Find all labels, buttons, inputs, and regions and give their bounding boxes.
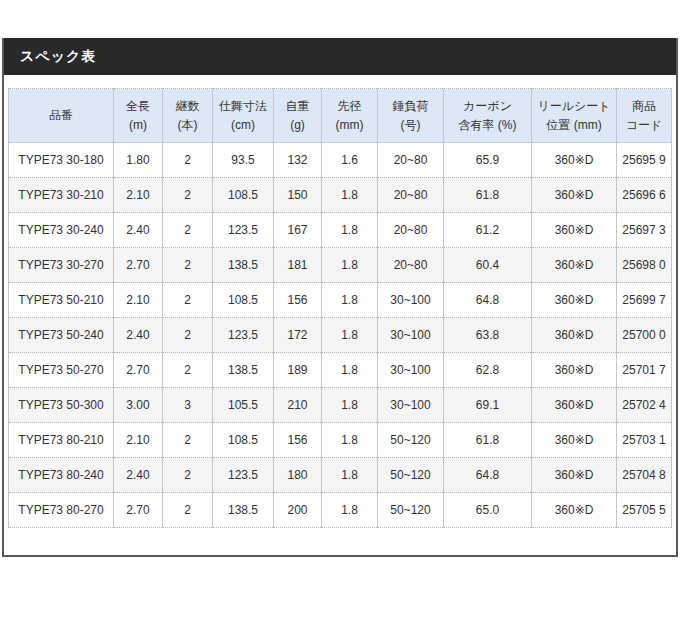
spec-value-cell: 132: [274, 143, 322, 178]
table-row: TYPE73 80-2102.102108.51561.850~12061.83…: [9, 423, 672, 458]
spec-value-cell: 1.8: [322, 178, 378, 213]
model-number-cell: TYPE73 30-240: [9, 213, 114, 248]
spec-panel: スペック表 品番全長(m)継数(本)仕舞寸法(cm)自重(g)先径(mm)錘負荷…: [2, 38, 678, 557]
model-number-cell: TYPE73 80-210: [9, 423, 114, 458]
spec-value-cell: 65.9: [444, 143, 532, 178]
spec-value-cell: 93.5: [213, 143, 274, 178]
spec-value-cell: 20~80: [378, 213, 444, 248]
model-number-cell: TYPE73 30-270: [9, 248, 114, 283]
spec-value-cell: 108.5: [213, 283, 274, 318]
column-header-label: 錘負荷: [379, 97, 442, 116]
spec-value-cell: 2.70: [114, 493, 163, 528]
spec-value-cell: 64.8: [444, 458, 532, 493]
column-header-3: 継数(本): [163, 89, 213, 143]
spec-value-cell: 25698 0: [617, 248, 672, 283]
column-header-7: 錘負荷(号): [378, 89, 444, 143]
spec-value-cell: 172: [274, 318, 322, 353]
spec-value-cell: 1.8: [322, 493, 378, 528]
spec-value-cell: 156: [274, 283, 322, 318]
spec-value-cell: 25697 3: [617, 213, 672, 248]
spec-value-cell: 62.8: [444, 353, 532, 388]
spec-value-cell: 1.8: [322, 248, 378, 283]
table-row: TYPE73 30-2402.402123.51671.820~8061.236…: [9, 213, 672, 248]
column-header-1: 品番: [9, 89, 114, 143]
spec-value-cell: 167: [274, 213, 322, 248]
spec-value-cell: 2: [163, 423, 213, 458]
column-header-label: 自重: [275, 97, 320, 116]
spec-value-cell: 20~80: [378, 248, 444, 283]
spec-value-cell: 360※D: [532, 493, 617, 528]
spec-value-cell: 69.1: [444, 388, 532, 423]
spec-value-cell: 2: [163, 213, 213, 248]
spec-value-cell: 50~120: [378, 423, 444, 458]
spec-value-cell: 1.8: [322, 318, 378, 353]
spec-value-cell: 156: [274, 423, 322, 458]
spec-value-cell: 1.8: [322, 283, 378, 318]
model-number-cell: TYPE73 50-210: [9, 283, 114, 318]
spec-value-cell: 2: [163, 318, 213, 353]
spec-value-cell: 189: [274, 353, 322, 388]
table-row: TYPE73 30-1801.80293.51321.620~8065.9360…: [9, 143, 672, 178]
spec-value-cell: 25696 6: [617, 178, 672, 213]
spec-value-cell: 2.70: [114, 353, 163, 388]
column-header-unit: (g): [275, 116, 320, 135]
model-number-cell: TYPE73 80-240: [9, 458, 114, 493]
column-header-5: 自重(g): [274, 89, 322, 143]
column-header-10: 商品コード: [617, 89, 672, 143]
spec-value-cell: 360※D: [532, 178, 617, 213]
column-header-9: リールシート位置 (mm): [532, 89, 617, 143]
spec-value-cell: 20~80: [378, 143, 444, 178]
spec-value-cell: 360※D: [532, 423, 617, 458]
column-header-unit: (本): [164, 116, 211, 135]
spec-value-cell: 210: [274, 388, 322, 423]
column-header-label: リールシート: [533, 97, 615, 116]
column-header-label: 全長: [115, 97, 161, 116]
spec-value-cell: 123.5: [213, 213, 274, 248]
spec-value-cell: 2.40: [114, 213, 163, 248]
spec-value-cell: 2: [163, 248, 213, 283]
spec-value-cell: 64.8: [444, 283, 532, 318]
column-header-2: 全長(m): [114, 89, 163, 143]
spec-value-cell: 25705 5: [617, 493, 672, 528]
spec-value-cell: 50~120: [378, 493, 444, 528]
spec-value-cell: 2.10: [114, 423, 163, 458]
table-row: TYPE73 50-2402.402123.51721.830~10063.83…: [9, 318, 672, 353]
model-number-cell: TYPE73 30-180: [9, 143, 114, 178]
spec-value-cell: 25701 7: [617, 353, 672, 388]
column-header-label: 商品: [618, 97, 670, 116]
spec-value-cell: 3.00: [114, 388, 163, 423]
spec-value-cell: 108.5: [213, 423, 274, 458]
spec-value-cell: 123.5: [213, 458, 274, 493]
model-number-cell: TYPE73 50-270: [9, 353, 114, 388]
spec-value-cell: 3: [163, 388, 213, 423]
spec-value-cell: 2.10: [114, 178, 163, 213]
spec-value-cell: 25703 1: [617, 423, 672, 458]
spec-value-cell: 60.4: [444, 248, 532, 283]
spec-table-header-row: 品番全長(m)継数(本)仕舞寸法(cm)自重(g)先径(mm)錘負荷(号)カーボ…: [9, 89, 672, 143]
spec-value-cell: 150: [274, 178, 322, 213]
spec-value-cell: 181: [274, 248, 322, 283]
spec-value-cell: 61.8: [444, 423, 532, 458]
model-number-cell: TYPE73 50-240: [9, 318, 114, 353]
spec-value-cell: 2.40: [114, 458, 163, 493]
spec-value-cell: 25702 4: [617, 388, 672, 423]
table-row: TYPE73 30-2102.102108.51501.820~8061.836…: [9, 178, 672, 213]
spec-value-cell: 50~120: [378, 458, 444, 493]
column-header-unit: (cm): [214, 116, 272, 135]
spec-value-cell: 360※D: [532, 353, 617, 388]
spec-value-cell: 1.8: [322, 458, 378, 493]
spec-value-cell: 180: [274, 458, 322, 493]
spec-value-cell: 2.40: [114, 318, 163, 353]
spec-value-cell: 360※D: [532, 283, 617, 318]
spec-value-cell: 25700 0: [617, 318, 672, 353]
spec-value-cell: 2.70: [114, 248, 163, 283]
column-header-6: 先径(mm): [322, 89, 378, 143]
spec-value-cell: 105.5: [213, 388, 274, 423]
spec-value-cell: 138.5: [213, 493, 274, 528]
table-row: TYPE73 80-2702.702138.52001.850~12065.03…: [9, 493, 672, 528]
spec-value-cell: 30~100: [378, 318, 444, 353]
spec-value-cell: 1.8: [322, 423, 378, 458]
column-header-unit: (号): [379, 116, 442, 135]
column-header-4: 仕舞寸法(cm): [213, 89, 274, 143]
spec-value-cell: 200: [274, 493, 322, 528]
